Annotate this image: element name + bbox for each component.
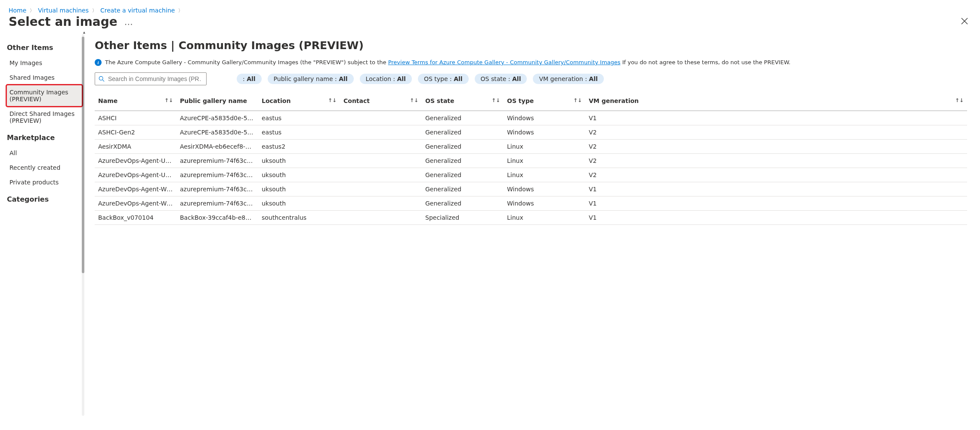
svg-point-2 [99, 77, 103, 81]
sort-icon[interactable]: ↑↓ [955, 97, 964, 103]
chevron-right-icon: 〉 [92, 7, 97, 14]
cell-location: uksouth [258, 196, 340, 211]
cell-gallery: AzureCPE-a5835d0e-5c8d-4… [176, 125, 258, 140]
table-row[interactable]: AzureDevOps-Agent-Windo…azurepremium-74f… [95, 196, 967, 211]
content-heading: Other Items | Community Images (PREVIEW) [95, 39, 967, 52]
cell-contact [340, 168, 422, 182]
cell-name: AzureDevOps-Agent-Windo… [95, 196, 176, 211]
title-bar: Select an image … [0, 15, 980, 33]
chevron-right-icon: 〉 [178, 7, 183, 14]
cell-osstate: Generalized [422, 182, 504, 196]
sidebar-item[interactable]: Recently created [7, 161, 82, 174]
cell-name: ASHCI-Gen2 [95, 125, 176, 140]
filter-pill[interactable]: OS state : All [475, 74, 527, 84]
breadcrumb-create-vm[interactable]: Create a virtual machine [100, 7, 175, 14]
cell-ostype: Windows [504, 111, 585, 125]
cell-contact [340, 140, 422, 154]
filter-pill[interactable]: Public gallery name : All [268, 74, 354, 84]
cell-osstate: Generalized [422, 196, 504, 211]
cell-location: eastus2 [258, 140, 340, 154]
toolbar: : AllPublic gallery name : AllLocation :… [95, 72, 967, 85]
sidebar-item[interactable]: Community Images (PREVIEW) [7, 85, 82, 106]
cell-ostype: Windows [504, 196, 585, 211]
more-actions-icon[interactable]: … [124, 17, 133, 27]
scrollbar-thumb[interactable] [82, 37, 84, 273]
table-row[interactable]: ASHCIAzureCPE-a5835d0e-5c8d-4…eastusGene… [95, 111, 967, 125]
breadcrumb-home[interactable]: Home [9, 7, 26, 14]
filter-pill[interactable]: Location : All [360, 74, 412, 84]
column-header-ostype[interactable]: OS type↑↓ [504, 93, 585, 111]
cell-vmgen: V1 [585, 111, 967, 125]
cell-location: southcentralus [258, 211, 340, 225]
column-header-name[interactable]: Name↑↓ [95, 93, 176, 111]
sidebar-section-heading: Marketplace [7, 134, 82, 142]
cell-vmgen: V2 [585, 125, 967, 140]
cell-name: ASHCI [95, 111, 176, 125]
cell-name: AzureDevOps-Agent-Windo… [95, 182, 176, 196]
column-header-gallery[interactable]: Public gallery name [176, 93, 258, 111]
column-header-osstate[interactable]: OS state↑↓ [422, 93, 504, 111]
filter-pill[interactable]: OS type : All [418, 74, 469, 84]
cell-contact [340, 182, 422, 196]
filter-pill[interactable]: VM generation : All [533, 74, 603, 84]
column-header-vmgen[interactable]: VM generation↑↓ [585, 93, 967, 111]
cell-ostype: Linux [504, 140, 585, 154]
info-text: The Azure Compute Gallery - Community Ga… [105, 59, 791, 66]
search-input[interactable] [107, 75, 203, 83]
table-row[interactable]: AesirXDMAAesirXDMA-eb6ecef8-2342-…eastus… [95, 140, 967, 154]
column-header-contact[interactable]: Contact↑↓ [340, 93, 422, 111]
cell-contact [340, 154, 422, 168]
cell-gallery: azurepremium-74f63c41-b8… [176, 196, 258, 211]
table-row[interactable]: ASHCI-Gen2AzureCPE-a5835d0e-5c8d-4…eastu… [95, 125, 967, 140]
search-input-wrap[interactable] [95, 72, 207, 85]
cell-name: AzureDevOps-Agent-Ubunt… [95, 154, 176, 168]
sort-icon[interactable]: ↑↓ [410, 97, 418, 103]
sort-icon[interactable]: ↑↓ [573, 97, 582, 103]
sidebar-item[interactable]: Shared Images [7, 71, 82, 84]
sidebar-item[interactable]: Private products [7, 175, 82, 189]
cell-osstate: Specialized [422, 211, 504, 225]
content-panel: Other Items | Community Images (PREVIEW)… [82, 33, 980, 416]
cell-ostype: Windows [504, 125, 585, 140]
preview-terms-link[interactable]: Preview Terms for Azure Compute Gallery … [388, 59, 621, 65]
cell-contact [340, 211, 422, 225]
sort-icon[interactable]: ↑↓ [328, 97, 337, 103]
cell-location: uksouth [258, 154, 340, 168]
breadcrumb-vms[interactable]: Virtual machines [38, 7, 89, 14]
sort-icon[interactable]: ↑↓ [164, 97, 173, 103]
filter-pill[interactable]: : All [237, 74, 262, 84]
page-title: Select an image [9, 15, 117, 29]
sidebar-item[interactable]: My Images [7, 56, 82, 70]
sidebar-item[interactable]: All [7, 146, 82, 160]
breadcrumb: Home 〉 Virtual machines 〉 Create a virtu… [0, 0, 980, 15]
sort-icon[interactable]: ↑↓ [492, 97, 500, 103]
cell-name: AesirXDMA [95, 140, 176, 154]
chevron-right-icon: 〉 [30, 7, 34, 14]
cell-gallery: azurepremium-74f63c41-b8… [176, 182, 258, 196]
cell-osstate: Generalized [422, 125, 504, 140]
cell-contact [340, 125, 422, 140]
info-icon: i [95, 59, 102, 66]
cell-vmgen: V1 [585, 211, 967, 225]
cell-vmgen: V2 [585, 154, 967, 168]
cell-vmgen: V2 [585, 168, 967, 182]
close-icon[interactable] [958, 15, 971, 29]
cell-vmgen: V1 [585, 182, 967, 196]
cell-ostype: Windows [504, 182, 585, 196]
cell-osstate: Generalized [422, 168, 504, 182]
sidebar-scrollbar[interactable] [82, 34, 84, 416]
cell-location: uksouth [258, 168, 340, 182]
cell-osstate: Generalized [422, 140, 504, 154]
table-row[interactable]: AzureDevOps-Agent-Windo…azurepremium-74f… [95, 182, 967, 196]
svg-line-3 [102, 80, 104, 81]
cell-vmgen: V2 [585, 140, 967, 154]
sidebar-section-heading: Categories [7, 195, 82, 203]
table-row[interactable]: AzureDevOps-Agent-Ubunt…azurepremium-74f… [95, 154, 967, 168]
table-row[interactable]: BackBox_v070104BackBox-39ccaf4b-e81f-425… [95, 211, 967, 225]
sidebar-section-heading: Other Items [7, 44, 82, 52]
column-header-location[interactable]: Location↑↓ [258, 93, 340, 111]
sidebar-item[interactable]: Direct Shared Images (PREVIEW) [7, 107, 82, 128]
cell-gallery: BackBox-39ccaf4b-e81f-425… [176, 211, 258, 225]
cell-vmgen: V1 [585, 196, 967, 211]
table-row[interactable]: AzureDevOps-Agent-Ubunt…azurepremium-74f… [95, 168, 967, 182]
